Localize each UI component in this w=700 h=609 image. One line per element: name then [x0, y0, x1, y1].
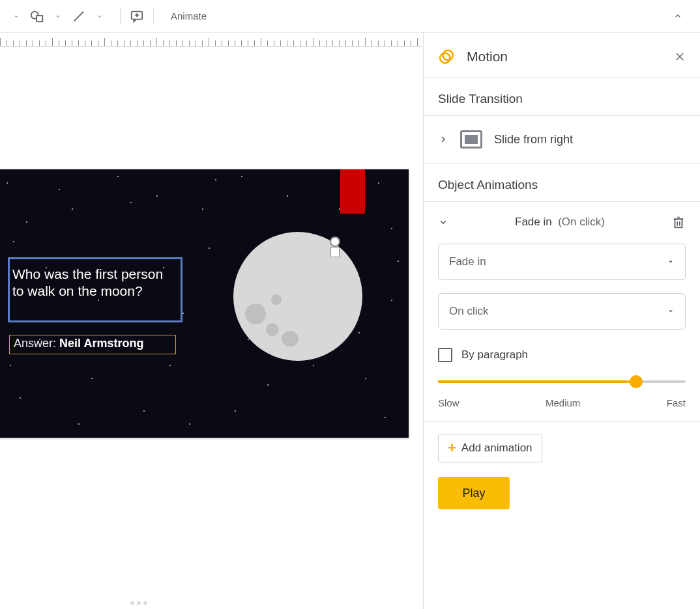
chevron-down-icon [438, 217, 448, 227]
svg-rect-1 [36, 16, 42, 21]
svg-line-2 [74, 11, 84, 21]
trash-icon[interactable] [671, 215, 686, 229]
slide-transition-heading: Slide Transition [424, 78, 700, 116]
chevron-down-icon[interactable] [50, 8, 66, 25]
separator [120, 8, 121, 25]
speed-slider[interactable] [438, 380, 686, 383]
speed-fast-label: Fast [667, 397, 686, 408]
slider-thumb[interactable] [630, 375, 643, 388]
svg-point-7 [440, 53, 450, 63]
line-tool-icon[interactable] [70, 8, 87, 25]
comment-icon[interactable] [128, 8, 145, 25]
red-shape[interactable] [340, 169, 365, 214]
slide-icon [460, 130, 482, 149]
add-animation-label: Add animation [461, 442, 532, 455]
motion-icon [438, 48, 455, 65]
animation-type-value: Fade in [449, 255, 486, 268]
animation-summary-trigger: (On click) [558, 216, 605, 228]
transition-row[interactable]: Slide from right [424, 116, 700, 163]
answer-textbox[interactable]: Answer: Neil Armstrong [9, 335, 176, 354]
panel-title: Motion [467, 49, 508, 64]
chevron-right-icon [438, 134, 448, 145]
svg-rect-10 [675, 219, 682, 227]
svg-point-6 [443, 50, 453, 60]
ruler[interactable] [0, 33, 424, 47]
separator [153, 8, 154, 25]
animation-summary-row[interactable]: Fade in (On click) [424, 202, 700, 237]
animation-summary-type: Fade in [515, 216, 552, 228]
slide-editor[interactable]: Who was the first person to walk on the … [0, 33, 424, 609]
answer-prefix: Answer: [14, 337, 59, 350]
by-paragraph-label: By paragraph [461, 348, 528, 361]
plus-icon: + [448, 441, 456, 455]
answer-value: Neil Armstrong [59, 337, 143, 350]
question-textbox[interactable]: Who was the first person to walk on the … [8, 257, 182, 322]
filmstrip-dots [130, 601, 147, 605]
animation-trigger-value: On click [449, 305, 488, 318]
play-button[interactable]: Play [438, 477, 510, 509]
astronaut-shape[interactable] [326, 236, 344, 260]
by-paragraph-checkbox[interactable] [438, 348, 452, 362]
animate-button[interactable]: Animate [162, 10, 207, 21]
motion-panel: Motion Slide Transition Slide from right… [424, 33, 700, 609]
speed-medium-label: Medium [546, 397, 580, 408]
collapse-toolbar-icon[interactable] [673, 11, 696, 21]
shape-tool-icon[interactable] [29, 8, 46, 25]
toolbar: Animate [0, 0, 700, 33]
slide-canvas[interactable]: Who was the first person to walk on the … [0, 169, 409, 438]
animation-type-select[interactable]: Fade in [438, 244, 686, 280]
add-animation-button[interactable]: + Add animation [438, 434, 542, 462]
play-label: Play [462, 487, 485, 500]
transition-value: Slide from right [494, 133, 573, 147]
speed-slow-label: Slow [438, 397, 459, 408]
object-animations-heading: Object Animations [424, 163, 700, 202]
close-icon[interactable] [674, 51, 686, 63]
chevron-down-icon[interactable] [8, 8, 25, 25]
chevron-down-icon[interactable] [91, 8, 108, 25]
animation-trigger-select[interactable]: On click [438, 293, 686, 330]
